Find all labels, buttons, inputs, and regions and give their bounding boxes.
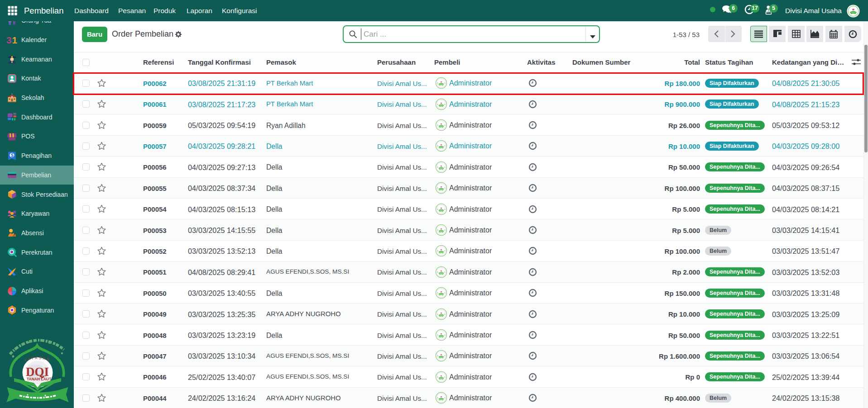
svg-text:TANAH LAUT: TANAH LAUT (27, 377, 52, 381)
svg-text:1: 1 (12, 35, 18, 45)
svg-text:3: 3 (7, 35, 12, 45)
svg-text:$: $ (11, 152, 14, 157)
